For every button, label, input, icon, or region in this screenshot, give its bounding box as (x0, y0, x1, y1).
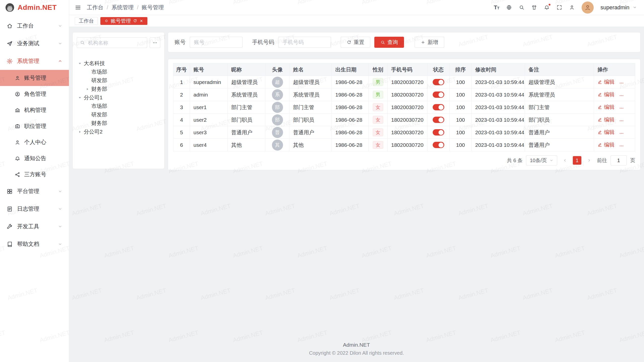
user-button[interactable] (569, 5, 575, 10)
notification-badge (548, 3, 551, 6)
page-size-select[interactable]: 10条/页 (526, 155, 557, 165)
sidebar-item-label: 业务测试 (17, 40, 39, 47)
tree-node[interactable]: 财务部 (77, 119, 160, 127)
sidebar-item-platform-management[interactable]: 平台管理 (0, 183, 69, 200)
more-icon (619, 118, 624, 123)
tree-caret-down-icon[interactable] (77, 95, 83, 100)
row-more-button[interactable] (619, 93, 624, 98)
phone-input[interactable] (278, 37, 331, 48)
org-more-button[interactable] (150, 37, 160, 48)
row-more-button[interactable] (619, 81, 624, 85)
page-number-button[interactable]: 1 (573, 156, 581, 165)
edit-button[interactable]: 编辑 (597, 91, 615, 98)
breadcrumb-item[interactable]: 账号管理 (142, 4, 164, 11)
edit-button[interactable]: 编辑 (597, 104, 615, 111)
search-button[interactable] (519, 5, 525, 10)
sidebar-item-label: 帮助文档 (17, 240, 39, 248)
menu-toggle-icon[interactable] (75, 4, 81, 11)
refresh-icon (347, 40, 351, 45)
bell-button[interactable] (544, 5, 550, 10)
tree-node[interactable]: 研发部 (77, 110, 160, 119)
edit-icon (597, 117, 602, 122)
edit-button[interactable]: 编辑 (597, 141, 615, 148)
account-input[interactable] (190, 37, 243, 48)
tree-caret-down-icon[interactable] (77, 61, 83, 66)
cell-modified-time: 2023-01-03 10:59:44 (472, 88, 525, 101)
cell-remark: 系统管理员 (525, 88, 594, 101)
cell-status (427, 139, 450, 151)
status-toggle[interactable] (433, 142, 444, 148)
font-size-button[interactable]: TT (494, 5, 499, 10)
sidebar-item-personal-center[interactable]: 个人中心 (0, 134, 69, 150)
goto-page-input[interactable] (611, 155, 627, 165)
goto-prefix: 前往 (597, 157, 607, 164)
tab-close-icon[interactable] (139, 19, 143, 23)
fullscreen-button[interactable] (556, 5, 562, 10)
sidebar-item-account-management[interactable]: 账号管理 (0, 70, 69, 86)
plane-icon (7, 40, 13, 47)
sidebar-item-org-management[interactable]: 机构管理 (0, 102, 69, 118)
add-button[interactable]: 新增 (415, 37, 444, 48)
edit-button[interactable]: 编辑 (597, 78, 615, 85)
status-toggle[interactable] (433, 129, 444, 135)
reset-button[interactable]: 重置 (341, 37, 370, 48)
sidebar-item-help-docs[interactable]: 帮助文档 (0, 235, 69, 253)
row-avatar: 超 (272, 77, 283, 88)
theme-button[interactable] (531, 5, 537, 10)
sidebar-item-dev-tools[interactable]: 开发工具 (0, 218, 69, 235)
cell-nickname: 普通用户 (228, 126, 265, 139)
prev-page-button[interactable] (561, 156, 569, 165)
sidebar-item-workbench[interactable]: 工作台 (0, 17, 69, 35)
username[interactable]: superadmin (600, 4, 629, 11)
sidebar-item-role-management[interactable]: 角色管理 (0, 86, 69, 102)
cell-avatar: 部 (265, 114, 290, 126)
breadcrumb-item[interactable]: 系统管理 (111, 4, 134, 11)
breadcrumb-item[interactable]: 工作台 (87, 4, 103, 11)
cell-phone: 18020030720 (388, 114, 427, 126)
sidebar-item-system-management[interactable]: 系统管理 (0, 52, 69, 70)
post-icon (15, 123, 20, 129)
row-more-button[interactable] (619, 144, 624, 148)
search-button[interactable]: 查询 (374, 37, 404, 48)
cell-actions: 编辑 (594, 139, 635, 151)
sidebar-item-log-management[interactable]: 日志管理 (0, 200, 69, 218)
sidebar-item-position-management[interactable]: 职位管理 (0, 118, 69, 134)
tree-node[interactable]: 市场部 (77, 68, 160, 76)
tab-active-dot-icon (104, 19, 108, 23)
tab-account-management[interactable]: 账号管理 (100, 17, 147, 25)
status-toggle[interactable] (433, 104, 444, 110)
cell-phone: 18020030720 (388, 126, 427, 139)
status-toggle[interactable] (433, 117, 444, 123)
cell-actions: 编辑 (594, 126, 635, 139)
sidebar-item-third-party-account[interactable]: 三方账号 (0, 166, 69, 183)
tree-node[interactable]: 财务部 (77, 85, 160, 93)
cell-birthdate: 1986-06-28 (332, 101, 369, 114)
tree-node[interactable]: 市场部 (77, 102, 160, 110)
row-avatar: 部 (272, 114, 283, 125)
tree-caret-right-icon[interactable] (77, 129, 83, 134)
tree-node[interactable]: 大名科技 (77, 59, 160, 68)
status-toggle[interactable] (433, 79, 444, 85)
org-name-search-input[interactable] (77, 37, 147, 48)
tab-workbench[interactable]: 工作台 (75, 17, 98, 25)
globe-button[interactable] (506, 5, 512, 10)
tab-refresh-icon[interactable] (133, 19, 137, 23)
edit-button[interactable]: 编辑 (597, 116, 615, 123)
tree-caret-right-icon[interactable] (85, 86, 90, 92)
cell-avatar: 普 (265, 126, 290, 139)
next-page-button[interactable] (585, 156, 593, 165)
user-avatar[interactable] (582, 2, 594, 14)
tree-node[interactable]: 分公司2 (77, 127, 160, 136)
tree-node[interactable]: 分公司1 (77, 93, 160, 102)
cell-gender: 女 (369, 114, 388, 126)
status-toggle[interactable] (433, 92, 444, 98)
tree-caret-placeholder (85, 69, 90, 75)
edit-button[interactable]: 编辑 (597, 129, 615, 136)
sidebar-item-notice-announcement[interactable]: 通知公告 (0, 150, 69, 166)
row-more-button[interactable] (619, 106, 624, 111)
row-more-button[interactable] (619, 118, 624, 123)
tree-node[interactable]: 研发部 (77, 76, 160, 85)
user-menu-chevron-down-icon[interactable] (633, 5, 637, 10)
row-more-button[interactable] (619, 131, 624, 136)
sidebar-item-business-test[interactable]: 业务测试 (0, 35, 69, 52)
